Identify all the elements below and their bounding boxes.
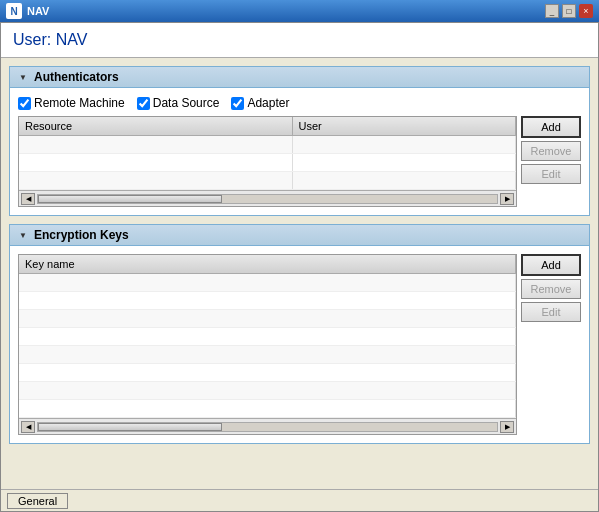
content-area: ▼ Authenticators Remote Machine Data Sou… [1, 58, 598, 489]
authenticators-table: Resource User [19, 117, 516, 190]
table-row[interactable] [19, 172, 516, 190]
auth-scroll-thumb [38, 195, 222, 203]
table-row[interactable] [19, 346, 516, 364]
table-row[interactable] [19, 382, 516, 400]
authenticators-buttons: Add Remove Edit [521, 116, 581, 184]
enc-scroll-right[interactable]: ▶ [500, 421, 514, 433]
close-button[interactable]: × [579, 4, 593, 18]
auth-scroll-right[interactable]: ▶ [500, 193, 514, 205]
enc-scroll-track[interactable] [37, 422, 498, 432]
table-row[interactable] [19, 328, 516, 346]
page-title: User: NAV [13, 31, 586, 49]
titlebar-controls: _ □ × [545, 4, 593, 18]
page-header: User: NAV [1, 23, 598, 58]
authenticators-section: ▼ Authenticators Remote Machine Data Sou… [9, 66, 590, 216]
enc-scroll-thumb [38, 423, 222, 431]
table-row[interactable] [19, 292, 516, 310]
data-source-checkbox-item[interactable]: Data Source [137, 96, 220, 110]
enc-scroll-left[interactable]: ◀ [21, 421, 35, 433]
adapter-checkbox[interactable] [231, 97, 244, 110]
auth-remove-button[interactable]: Remove [521, 141, 581, 161]
encryption-keys-section: ▼ Encryption Keys Key name [9, 224, 590, 444]
authenticators-table-area: Resource User ◀ [18, 116, 581, 207]
status-bar: General [1, 489, 598, 511]
window-frame: User: NAV ▼ Authenticators Remote Machin… [0, 22, 599, 512]
general-tab[interactable]: General [7, 493, 68, 509]
table-row[interactable] [19, 136, 516, 154]
auth-col-resource: Resource [19, 117, 292, 136]
encryption-keys-section-title: Encryption Keys [34, 228, 129, 242]
auth-col-user: User [292, 117, 515, 136]
auth-scroll-track[interactable] [37, 194, 498, 204]
encryption-buttons: Add Remove Edit [521, 254, 581, 322]
table-row[interactable] [19, 154, 516, 172]
adapter-checkbox-item[interactable]: Adapter [231, 96, 289, 110]
table-row[interactable] [19, 310, 516, 328]
encryption-table-container: Key name [18, 254, 517, 435]
encryption-keys-collapse-icon[interactable]: ▼ [18, 230, 28, 240]
table-row[interactable] [19, 364, 516, 382]
encryption-keys-section-content: Key name [10, 246, 589, 443]
encryption-keys-section-header: ▼ Encryption Keys [10, 225, 589, 246]
authenticators-checkboxes-row: Remote Machine Data Source Adapter [18, 96, 581, 110]
authenticators-section-title: Authenticators [34, 70, 119, 84]
maximize-button[interactable]: □ [562, 4, 576, 18]
titlebar: N NAV _ □ × [0, 0, 599, 22]
authenticators-table-container: Resource User ◀ [18, 116, 517, 207]
auth-edit-button[interactable]: Edit [521, 164, 581, 184]
auth-add-button[interactable]: Add [521, 116, 581, 138]
table-row[interactable] [19, 400, 516, 418]
enc-edit-button[interactable]: Edit [521, 302, 581, 322]
table-row[interactable] [19, 274, 516, 292]
app-icon: N [6, 3, 22, 19]
auth-horizontal-scrollbar[interactable]: ◀ ▶ [19, 190, 516, 206]
enc-horizontal-scrollbar[interactable]: ◀ ▶ [19, 418, 516, 434]
remote-machine-label: Remote Machine [34, 96, 125, 110]
data-source-label: Data Source [153, 96, 220, 110]
minimize-button[interactable]: _ [545, 4, 559, 18]
authenticators-section-header: ▼ Authenticators [10, 67, 589, 88]
enc-col-keyname: Key name [19, 255, 516, 274]
data-source-checkbox[interactable] [137, 97, 150, 110]
remote-machine-checkbox[interactable] [18, 97, 31, 110]
encryption-table: Key name [19, 255, 516, 418]
authenticators-section-content: Remote Machine Data Source Adapter [10, 88, 589, 215]
remote-machine-checkbox-item[interactable]: Remote Machine [18, 96, 125, 110]
encryption-table-area: Key name [18, 254, 581, 435]
auth-scroll-left[interactable]: ◀ [21, 193, 35, 205]
titlebar-title: NAV [27, 5, 540, 17]
enc-add-button[interactable]: Add [521, 254, 581, 276]
enc-remove-button[interactable]: Remove [521, 279, 581, 299]
authenticators-collapse-icon[interactable]: ▼ [18, 72, 28, 82]
adapter-label: Adapter [247, 96, 289, 110]
